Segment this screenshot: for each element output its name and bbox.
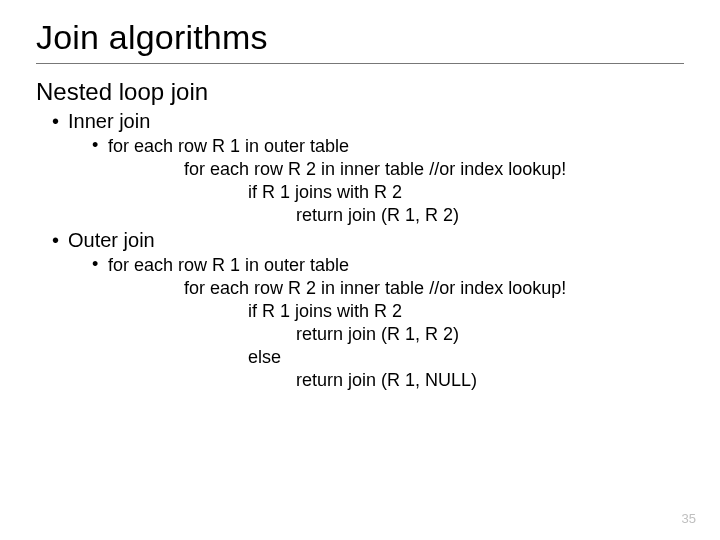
outer-code-line-3: if R 1 joins with R 2: [248, 300, 684, 323]
slide-number: 35: [682, 511, 696, 526]
slide-subhead: Nested loop join: [36, 78, 684, 106]
bullet-inner-join: Inner join: [68, 110, 684, 133]
outer-code-line-6: return join (R 1, NULL): [296, 369, 684, 392]
title-divider: [36, 63, 684, 64]
outer-code-line-1: for each row R 1 in outer table: [108, 254, 684, 277]
bullet-outer-join: Outer join: [68, 229, 684, 252]
slide: Join algorithms Nested loop join Inner j…: [0, 0, 720, 540]
inner-code-line-3: if R 1 joins with R 2: [248, 181, 684, 204]
inner-code-line-2: for each row R 2 in inner table //or ind…: [184, 158, 684, 181]
inner-code-line-4: return join (R 1, R 2): [296, 204, 684, 227]
code-text: for each row R 1 in outer table: [108, 136, 349, 156]
outer-code-line-5: else: [248, 346, 684, 369]
slide-title: Join algorithms: [36, 18, 684, 57]
code-text: for each row R 1 in outer table: [108, 255, 349, 275]
outer-code-line-4: return join (R 1, R 2): [296, 323, 684, 346]
inner-code-line-1: for each row R 1 in outer table: [108, 135, 684, 158]
outer-code-line-2: for each row R 2 in inner table //or ind…: [184, 277, 684, 300]
